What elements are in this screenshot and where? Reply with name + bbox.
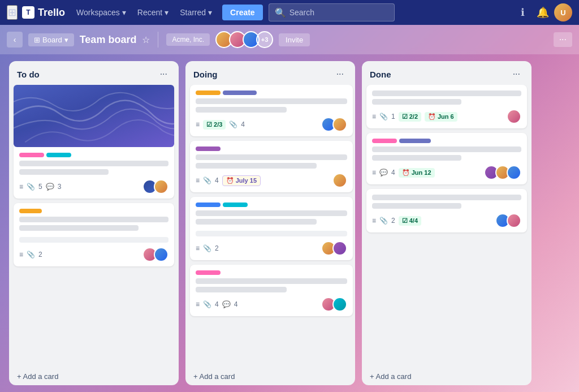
card-title-line (196, 287, 287, 292)
card-doing-2[interactable]: ≡ 📎 4 ⏰ July 15 (190, 141, 353, 192)
column-done-menu[interactable]: ··· (509, 68, 524, 80)
card-title-line (196, 231, 347, 236)
label-purple (223, 91, 257, 95)
date-badge: ⏰ July 15 (222, 175, 261, 186)
info-button[interactable]: ℹ (513, 3, 532, 21)
card-doing-3[interactable]: ≡ 📎 2 (190, 197, 353, 260)
column-done-title: Done (370, 70, 391, 79)
clip-count: 4 (215, 300, 219, 308)
label-purple (399, 139, 431, 143)
add-card-button-done[interactable]: + Add a card (362, 368, 532, 385)
clip-icon: 📎 (229, 120, 237, 128)
board-content: To do ··· (0, 54, 579, 392)
clock-icon: ⏰ (226, 177, 234, 184)
sidebar-toggle[interactable]: ‹ (7, 32, 23, 48)
date-text: Jun 12 (412, 169, 431, 176)
column-doing-title: Doing (193, 70, 218, 79)
clip-count: 2 (391, 217, 395, 225)
card-done-1[interactable]: ≡ 📎 1 ☑ 2/2 ⏰ Jun 6 (366, 85, 527, 128)
trello-logo-icon: T (22, 6, 34, 19)
card-title-line (19, 161, 168, 166)
list-icon: ≡ (372, 217, 376, 225)
column-todo-header: To do ··· (9, 61, 179, 85)
search-bar: 🔍 (269, 3, 395, 21)
card-cover (14, 85, 174, 147)
card-avatars (142, 179, 168, 194)
todo-cards-list: ≡ 📎 5 💬 3 (9, 85, 179, 368)
check-badge: ☑ 2/2 (399, 112, 421, 122)
check-count: 4/4 (409, 217, 418, 224)
clip-count: 4 (241, 120, 245, 128)
avatar (332, 297, 347, 312)
card-title-line (372, 195, 521, 200)
card-labels (19, 153, 168, 157)
invite-button[interactable]: Invite (279, 33, 310, 46)
recent-menu[interactable]: Recent ▾ (133, 6, 173, 19)
board-view-button[interactable]: ⊞ Board ▾ (28, 33, 74, 46)
clip-icon: 📎 (379, 113, 388, 120)
card-todo-2[interactable]: ≡ 📎 2 (14, 203, 174, 266)
column-doing: Doing ··· ≡ ☑ 2/3 📎 4 (185, 61, 355, 385)
card-avatars (495, 213, 521, 228)
done-cards-list: ≡ 📎 1 ☑ 2/2 ⏰ Jun 6 (362, 85, 532, 368)
card-labels (196, 203, 347, 207)
check-icon: ☑ (402, 217, 408, 225)
card-avatars (321, 241, 347, 256)
label-orange (196, 91, 221, 95)
card-doing-4[interactable]: ≡ 📎 4 💬 4 (190, 265, 353, 316)
card-todo-1[interactable]: ≡ 📎 5 💬 3 (14, 85, 174, 199)
card-doing-1[interactable]: ≡ ☑ 2/3 📎 4 (190, 85, 353, 136)
card-meta: ≡ 📎 2 (196, 241, 347, 256)
clock-icon: ⏰ (402, 169, 410, 176)
grid-icon[interactable]: ⊞ (7, 5, 18, 20)
card-done-3[interactable]: ≡ 📎 2 ☑ 4/4 (366, 189, 527, 232)
card-labels (196, 91, 347, 95)
extra-members-count[interactable]: +3 (256, 31, 273, 48)
page-title: Team board (80, 34, 137, 46)
starred-menu[interactable]: Starred ▾ (175, 6, 217, 19)
more-options-button[interactable]: ··· (554, 32, 572, 47)
card-meta: ≡ 📎 4 💬 4 (196, 297, 347, 312)
card-title-line (372, 99, 461, 105)
card-done-2[interactable]: ≡ 💬 4 ⏰ Jun 12 (366, 133, 527, 184)
list-icon: ≡ (372, 169, 376, 176)
list-icon: ≡ (196, 244, 200, 252)
avatar (507, 165, 521, 180)
divider (158, 32, 158, 48)
check-badge: ☑ 2/3 (203, 120, 226, 130)
card-title-line (372, 91, 521, 96)
card-meta: ≡ 💬 4 ⏰ Jun 12 (372, 165, 521, 180)
list-icon: ≡ (196, 176, 200, 184)
date-text: Jun 6 (438, 113, 454, 120)
comment-count: 3 (58, 183, 62, 191)
date-badge: ⏰ Jun 6 (425, 112, 457, 122)
card-avatars (484, 165, 521, 180)
add-card-button-doing[interactable]: + Add a card (185, 368, 355, 385)
avatar (507, 109, 521, 124)
column-todo: To do ··· (9, 61, 179, 385)
create-button[interactable]: Create (222, 5, 263, 20)
card-title-line (372, 147, 521, 152)
column-done: Done ··· ≡ 📎 1 ☑ 2/2 ⏰ Jun 6 (362, 61, 532, 385)
card-title-line (196, 210, 347, 216)
clip-count: 2 (215, 244, 219, 252)
card-meta: ≡ 📎 4 ⏰ July 15 (196, 173, 347, 188)
search-icon: 🔍 (275, 7, 286, 18)
card-meta: ≡ 📎 2 (19, 247, 168, 262)
column-doing-menu[interactable]: ··· (333, 68, 347, 80)
workspaces-menu[interactable]: Workspaces ▾ (72, 6, 131, 19)
user-avatar[interactable]: U (554, 3, 572, 21)
add-card-button-todo[interactable]: + Add a card (9, 368, 179, 385)
comment-count: 4 (234, 300, 238, 308)
card-avatars (142, 247, 168, 262)
workspace-label: Acme, Inc. (166, 33, 210, 46)
avatar (154, 179, 168, 194)
star-button[interactable]: ☆ (142, 35, 150, 45)
column-todo-menu[interactable]: ··· (157, 68, 171, 80)
notifications-button[interactable]: 🔔 (534, 3, 552, 21)
clock-icon: ⏰ (428, 113, 436, 120)
member-avatars: +3 (215, 31, 273, 48)
search-input[interactable] (290, 8, 389, 17)
card-avatars (507, 109, 521, 124)
list-icon: ≡ (19, 183, 23, 191)
